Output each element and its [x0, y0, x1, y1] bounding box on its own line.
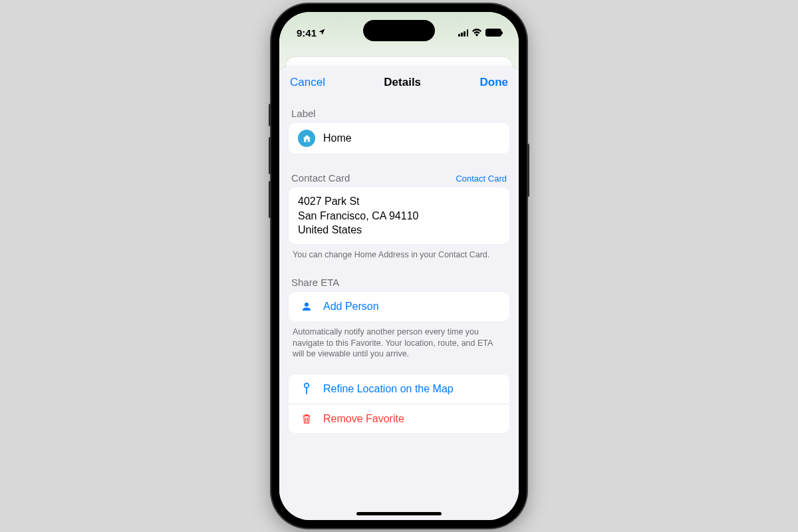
side-button [527, 144, 529, 197]
contact-card-link[interactable]: Contact Card [456, 174, 507, 184]
map-pin-icon [298, 382, 315, 396]
side-button [269, 181, 271, 218]
address-line-2: San Francisco, CA 94110 [298, 209, 500, 223]
refine-location-button[interactable]: Refine Location on the Map [289, 374, 509, 404]
screen: 9:41 Cancel Details Done [279, 12, 519, 520]
remove-favorite-button[interactable]: Remove Favorite [289, 404, 509, 433]
label-section-header: Label [289, 101, 509, 123]
cellular-icon [458, 29, 468, 37]
cancel-button[interactable]: Cancel [290, 76, 325, 89]
share-eta-header: Share ETA [289, 270, 509, 292]
battery-icon [485, 29, 501, 37]
side-button [269, 104, 271, 126]
address-line-3: United States [298, 223, 500, 237]
contact-card-header-row: Contact Card Contact Card [289, 166, 509, 188]
location-arrow-icon [318, 28, 326, 38]
label-row[interactable]: Home [289, 123, 509, 154]
add-person-label: Add Person [323, 301, 379, 313]
remove-favorite-label: Remove Favorite [323, 413, 404, 425]
dynamic-island [363, 20, 435, 41]
home-icon [298, 130, 315, 147]
label-value: Home [323, 132, 352, 144]
add-person-button[interactable]: Add Person [289, 292, 509, 321]
contact-card-note: You can change Home Address in your Cont… [289, 244, 509, 261]
address-line-1: 4027 Park St [298, 194, 500, 209]
details-sheet: Cancel Details Done Label Home [279, 66, 519, 520]
svg-point-0 [305, 384, 309, 388]
trash-icon [298, 413, 315, 425]
address-block: 4027 Park St San Francisco, CA 94110 Uni… [289, 188, 509, 244]
contact-card-section-header: Contact Card [291, 172, 350, 184]
nav-bar: Cancel Details Done [279, 66, 519, 94]
nav-title: Details [384, 76, 421, 89]
wifi-icon [471, 27, 482, 39]
refine-location-label: Refine Location on the Map [323, 383, 454, 395]
done-button[interactable]: Done [479, 76, 508, 89]
share-eta-note: Automatically notify another person ever… [289, 321, 509, 360]
side-button [269, 137, 271, 174]
home-indicator[interactable] [356, 512, 442, 515]
person-icon [298, 301, 315, 313]
status-time: 9:41 [297, 27, 317, 39]
phone-frame: 9:41 Cancel Details Done [271, 4, 527, 528]
